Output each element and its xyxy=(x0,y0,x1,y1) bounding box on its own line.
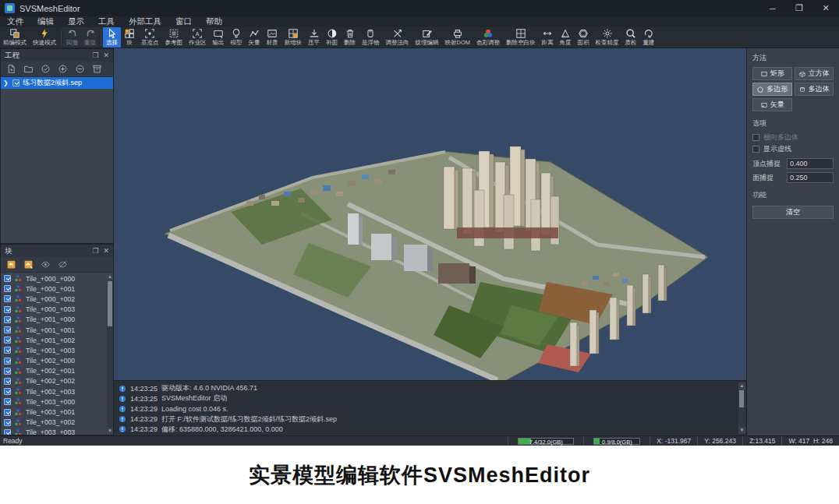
tile-checkbox[interactable] xyxy=(4,368,11,375)
remove-icon[interactable] xyxy=(75,64,85,74)
menu-item[interactable]: 窗口 xyxy=(168,16,199,27)
tile-checkbox[interactable] xyxy=(4,378,11,385)
tile-list-item[interactable]: Tile_+000_+002 xyxy=(1,294,107,304)
float-panel-icon[interactable]: ❐ xyxy=(92,51,98,59)
toolbar-button[interactable]: 选择 xyxy=(103,27,121,48)
tile-list-item[interactable]: Tile_+000_+001 xyxy=(1,284,107,294)
tile-checkbox[interactable] xyxy=(4,337,11,344)
option-row[interactable]: 显示虚线 xyxy=(752,143,834,155)
close-panel-icon[interactable]: ✕ xyxy=(103,247,109,255)
show-visible-icon[interactable] xyxy=(41,259,51,270)
new-file-icon[interactable] xyxy=(6,64,16,74)
toolbar-button[interactable]: 输出 xyxy=(210,27,228,48)
toolbar-button[interactable]: A作业区 xyxy=(186,27,210,48)
tile-checkbox[interactable] xyxy=(4,358,11,365)
scroll-thumb[interactable] xyxy=(739,390,744,407)
toolbar-button[interactable]: 删除 xyxy=(341,27,359,48)
method-button[interactable]: 矩形 xyxy=(752,67,792,80)
toolbar-button[interactable]: 精编模式 xyxy=(0,27,30,48)
tile-list-item[interactable]: Tile_+003_+001 xyxy=(1,407,107,417)
option-checkbox[interactable] xyxy=(752,134,759,141)
close-button[interactable]: ✕ xyxy=(812,0,839,16)
toolbar-button[interactable]: 质检 xyxy=(622,27,640,48)
tile-list-item[interactable]: Tile_+001_+000 xyxy=(1,315,107,325)
scroll-thumb[interactable] xyxy=(108,281,112,326)
menu-item[interactable]: 显示 xyxy=(61,16,91,27)
field-input[interactable] xyxy=(787,158,834,169)
project-checkbox[interactable] xyxy=(12,79,19,86)
toolbar-button[interactable]: 模型 xyxy=(228,27,246,48)
toolbar-button[interactable]: 矢量 xyxy=(246,27,264,48)
tile-checkbox[interactable] xyxy=(4,398,11,405)
check-circle-icon[interactable] xyxy=(41,64,51,74)
tile-checkbox[interactable] xyxy=(4,388,11,395)
method-button[interactable]: 多边体 xyxy=(795,83,834,96)
minimize-button[interactable]: ─ xyxy=(759,0,786,16)
project-tree-item[interactable]: ❯ 练习数据2倾斜.sep xyxy=(1,77,113,89)
tile-checkbox[interactable] xyxy=(4,419,11,426)
toolbar-button[interactable]: 参考图 xyxy=(162,27,186,48)
method-button[interactable]: 矢量 xyxy=(752,98,792,111)
toolbar-button[interactable]: 调整法向 xyxy=(383,27,412,48)
tile-list-item[interactable]: Tile_+003_+002 xyxy=(1,418,107,428)
toolbar-button[interactable]: 距离 xyxy=(539,27,557,48)
toolbar-button[interactable]: 快速模式 xyxy=(30,27,59,48)
tile-list-item[interactable]: Tile_+000_+000 xyxy=(1,273,107,284)
tile-checkbox[interactable] xyxy=(4,409,11,416)
toolbar-button[interactable]: 材质 xyxy=(264,27,281,48)
toolbar-button[interactable]: 基准点 xyxy=(138,27,162,48)
scroll-up-icon[interactable]: ▲ xyxy=(738,382,745,389)
select-blocks-icon[interactable] xyxy=(23,259,34,270)
tile-list-scrollbar[interactable]: ▲ ▼ xyxy=(107,273,113,435)
toolbar-button[interactable]: 角度 xyxy=(557,27,575,48)
expand-arrow-icon[interactable]: ❯ xyxy=(3,79,9,86)
tile-list-item[interactable]: Tile_+001_+001 xyxy=(1,325,107,335)
tile-checkbox[interactable] xyxy=(4,316,11,323)
menu-item[interactable]: 文件 xyxy=(0,16,30,27)
toolbar-button[interactable]: 面积 xyxy=(575,27,593,48)
hide-icon[interactable] xyxy=(58,259,68,270)
option-row[interactable]: 横向多边体 xyxy=(752,132,834,143)
tile-list-item[interactable]: Tile_+003_+000 xyxy=(1,397,107,407)
log-scrollbar[interactable]: ▲ ▼ xyxy=(738,382,745,434)
tile-list-item[interactable]: Tile_+002_+002 xyxy=(1,376,107,386)
menu-item[interactable]: 帮助 xyxy=(199,16,229,27)
tile-checkbox[interactable] xyxy=(4,295,11,302)
tile-checkbox[interactable] xyxy=(4,347,11,354)
show-blocks-icon[interactable] xyxy=(6,259,16,270)
viewport-3d[interactable] xyxy=(114,48,746,380)
option-checkbox[interactable] xyxy=(752,146,759,153)
toolbar-button[interactable]: 纹理编辑 xyxy=(412,27,442,48)
tile-list-item[interactable]: Tile_+002_+003 xyxy=(1,386,107,397)
toolbar-button[interactable]: 块 xyxy=(121,27,138,48)
maximize-button[interactable]: ❐ xyxy=(786,0,812,16)
close-panel-icon[interactable]: ✕ xyxy=(103,51,109,59)
menu-item[interactable]: 工具 xyxy=(91,16,122,27)
toolbar-button[interactable]: 重建 xyxy=(640,27,658,48)
method-button[interactable]: 多边形 xyxy=(752,83,792,96)
toolbar-button[interactable]: 悬浮物 xyxy=(359,27,383,48)
toolbar-button[interactable]: 色彩调整 xyxy=(473,27,503,48)
tile-list-item[interactable]: Tile_+003_+003 xyxy=(1,428,107,435)
menu-item[interactable]: 编辑 xyxy=(30,16,61,27)
toolbar-button[interactable]: 检查精度 xyxy=(593,27,622,48)
tile-list-item[interactable]: Tile_+001_+002 xyxy=(1,335,107,345)
toolbar-button[interactable]: 映射DOM xyxy=(442,27,474,48)
toolbar-button[interactable]: 重做 xyxy=(81,27,99,48)
tile-list-item[interactable]: Tile_+000_+003 xyxy=(1,305,107,315)
tile-list-item[interactable]: Tile_+002_+001 xyxy=(1,366,107,376)
clear-button[interactable]: 清空 xyxy=(752,206,834,219)
method-button[interactable]: 立方体 xyxy=(795,67,834,80)
field-input[interactable] xyxy=(787,172,834,183)
add-icon[interactable] xyxy=(58,64,68,74)
tile-checkbox[interactable] xyxy=(4,326,11,333)
float-panel-icon[interactable]: ❐ xyxy=(92,247,98,255)
toolbar-button[interactable]: 压平 xyxy=(305,27,323,48)
tile-checkbox[interactable] xyxy=(4,306,11,313)
tile-list-item[interactable]: Tile_+001_+003 xyxy=(1,345,107,355)
tile-checkbox[interactable] xyxy=(4,285,11,292)
scroll-down-icon[interactable]: ▼ xyxy=(738,427,745,434)
toolbar-button[interactable]: 补面 xyxy=(323,27,341,48)
scroll-up-icon[interactable]: ▲ xyxy=(107,273,113,280)
tile-checkbox[interactable] xyxy=(4,275,11,282)
